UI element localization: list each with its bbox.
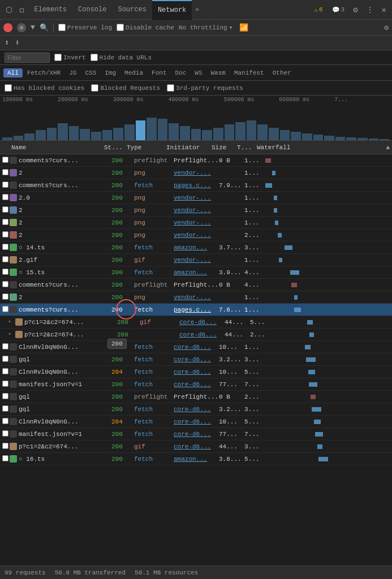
header-time[interactable]: T...	[237, 144, 257, 151]
row-initiator[interactable]: core-d6...	[174, 344, 219, 351]
type-manifest[interactable]: Manifest	[230, 68, 268, 77]
table-row[interactable]: comments?curs...200preflightPreflight...…	[0, 154, 392, 167]
row-initiator[interactable]: core-d6...	[174, 406, 219, 413]
table-row[interactable]: gql200preflightPreflight...0 B2...	[0, 391, 392, 403]
wifi-icon[interactable]: 📶	[239, 23, 248, 32]
row-initiator[interactable]: Preflight...	[174, 394, 219, 400]
table-row[interactable]: manifest.json?v=1200fetchcore-d6...77...…	[0, 428, 392, 440]
settings-icon[interactable]: ⚙	[351, 4, 360, 16]
header-waterfall[interactable]: Waterfall ▲	[257, 144, 390, 151]
stop-button[interactable]: ⊘	[17, 23, 26, 32]
invert-checkbox[interactable]	[54, 54, 62, 61]
header-type[interactable]: Type	[127, 144, 166, 151]
row-initiator[interactable]: core-d6...	[174, 381, 219, 388]
hide-data-urls-label[interactable]: Hide data URLs	[91, 54, 152, 61]
tab-console[interactable]: Console	[72, 0, 112, 20]
table-row[interactable]: comments?curs...200preflightPreflight...…	[0, 279, 392, 291]
search-icon[interactable]: 🔍	[40, 23, 49, 32]
row-initiator[interactable]: amazon...	[174, 244, 219, 251]
cursor-icon[interactable]: ⬡	[3, 4, 15, 16]
hide-data-urls-checkbox[interactable]	[91, 54, 98, 61]
row-initiator[interactable]: core-d6...	[174, 356, 219, 363]
row-initiator[interactable]: vendor-...	[174, 170, 219, 176]
type-ws[interactable]: WS	[191, 68, 206, 77]
type-css[interactable]: CSS	[81, 68, 100, 77]
table-row[interactable]: 2200pngvendor-...1...	[0, 217, 392, 229]
third-party-label[interactable]: 3rd-party requests	[167, 84, 243, 92]
type-fetch-xhr[interactable]: Fetch/XHR	[23, 68, 64, 77]
type-other[interactable]: Other	[269, 68, 295, 77]
blocked-cookies-checkbox[interactable]	[5, 84, 12, 92]
table-row[interactable]: ○ 14.ts200fetchamazon...3.7...3...	[0, 241, 392, 254]
close-icon[interactable]: ✕	[380, 4, 389, 16]
blocked-requests-label[interactable]: Blocked Requests	[91, 84, 160, 92]
row-initiator[interactable]: Preflight...	[174, 157, 219, 164]
table-row[interactable]: 2200pngvendor-...1...	[0, 167, 392, 179]
throttle-dropdown[interactable]: No throttling ▾	[179, 24, 232, 31]
upload-icon[interactable]: ⬆	[5, 38, 9, 47]
row-initiator[interactable]: core-d6...	[174, 431, 219, 438]
tab-network[interactable]: Network	[152, 0, 192, 20]
table-row[interactable]: p?c1=2&c2=674...200gifcore-d6...44...3..…	[0, 440, 392, 453]
download-icon[interactable]: ⬇	[15, 38, 19, 47]
row-initiator[interactable]: core-d6...	[179, 331, 225, 338]
tab-sources[interactable]: Sources	[112, 0, 152, 20]
network-settings-icon[interactable]: ⚙	[384, 23, 389, 32]
preserve-log-checkbox[interactable]	[58, 24, 66, 31]
blocked-cookies-label[interactable]: Has blocked cookies	[5, 84, 84, 92]
row-initiator[interactable]: vendor-...	[174, 257, 219, 263]
type-doc[interactable]: Doc	[171, 68, 190, 77]
table-row[interactable]: manifest.json?v=1200fetchcore-d6...77...…	[0, 378, 392, 391]
third-party-checkbox[interactable]	[167, 84, 174, 92]
table-row[interactable]: comments?curs...200fetchpages.c...7.6...…	[0, 304, 392, 316]
type-font[interactable]: Font	[148, 68, 170, 77]
type-media[interactable]: Media	[120, 68, 147, 77]
row-initiator[interactable]: vendor-...	[174, 219, 219, 226]
disable-cache-checkbox[interactable]	[117, 24, 124, 31]
table-row[interactable]: ClnnRvl0qN0nG...204fetchcore-d6...10...5…	[0, 416, 392, 428]
disable-cache-label[interactable]: Disable cache	[117, 24, 174, 31]
table-row[interactable]: ClnnRvl0qN0nG...204fetchcore-d6...10...5…	[0, 366, 392, 378]
header-initiator[interactable]: Initiator	[166, 144, 212, 151]
table-row[interactable]: ○ 15.ts200fetchamazon...3.9...4...	[0, 266, 392, 279]
header-name[interactable]: Name	[2, 144, 104, 151]
table-row[interactable]: gql200fetchcore-d6...3.2...3...	[0, 353, 392, 366]
table-row[interactable]: 2200pngvendor-...1...	[0, 291, 392, 304]
table-row[interactable]: ClnnRvl0qN0nG...204fetchcore-d6...10...1…	[0, 341, 392, 353]
type-img[interactable]: Img	[101, 68, 120, 77]
row-initiator[interactable]: core-d6...	[174, 418, 219, 425]
preserve-log-label[interactable]: Preserve log	[58, 24, 112, 31]
more-tabs-icon[interactable]: »	[192, 6, 203, 13]
row-initiator[interactable]: amazon...	[174, 456, 219, 463]
row-initiator[interactable]: vendor-...	[174, 195, 219, 201]
table-row[interactable]: comments?curs...200fetchpages.c...7.9...…	[0, 179, 392, 192]
invert-label[interactable]: Invert	[54, 54, 86, 61]
tab-elements[interactable]: Elements	[28, 0, 72, 20]
table-body[interactable]: comments?curs...200preflightPreflight...…	[0, 154, 392, 482]
header-size[interactable]: Size	[212, 144, 237, 151]
type-all[interactable]: All	[3, 68, 23, 77]
row-initiator[interactable]: pages.c...	[174, 182, 219, 189]
type-wasm[interactable]: Wasm	[207, 68, 230, 77]
table-row[interactable]: gql200fetchcore-d6...3.2...3...	[0, 403, 392, 416]
row-initiator[interactable]: pages.c...	[174, 306, 219, 313]
row-initiator[interactable]: Preflight...	[174, 282, 219, 288]
table-row[interactable]: 2200pngvendor-...2...	[0, 229, 392, 241]
table-row[interactable]: 2.0200pngvendor-...1...	[0, 192, 392, 204]
table-row[interactable]: •p?c1=2&c2=674...200gifcore-d6...44...5.…	[0, 316, 392, 329]
row-initiator[interactable]: vendor-...	[174, 207, 219, 214]
table-row[interactable]: •p?c1=2&c2=674...200core-d6...44...2...2…	[0, 329, 392, 341]
row-initiator[interactable]: core-d6...	[174, 443, 219, 450]
table-row[interactable]: 2200pngvendor-...1...	[0, 204, 392, 217]
filter-input[interactable]	[7, 54, 41, 61]
record-button[interactable]	[3, 23, 12, 32]
menu-icon[interactable]: ⋮	[364, 4, 376, 16]
table-row[interactable]: 2.gif200gifvendor-...1...	[0, 254, 392, 266]
inspect-icon[interactable]: ◻	[17, 4, 26, 16]
table-row[interactable]: ○ 16.ts200fetchamazon...3.8...5...	[0, 453, 392, 465]
blocked-requests-checkbox[interactable]	[91, 84, 98, 92]
row-initiator[interactable]: amazon...	[174, 269, 219, 276]
type-js[interactable]: JS	[65, 68, 80, 77]
row-initiator[interactable]: core-d6...	[179, 319, 225, 326]
row-initiator[interactable]: core-d6...	[174, 369, 219, 375]
